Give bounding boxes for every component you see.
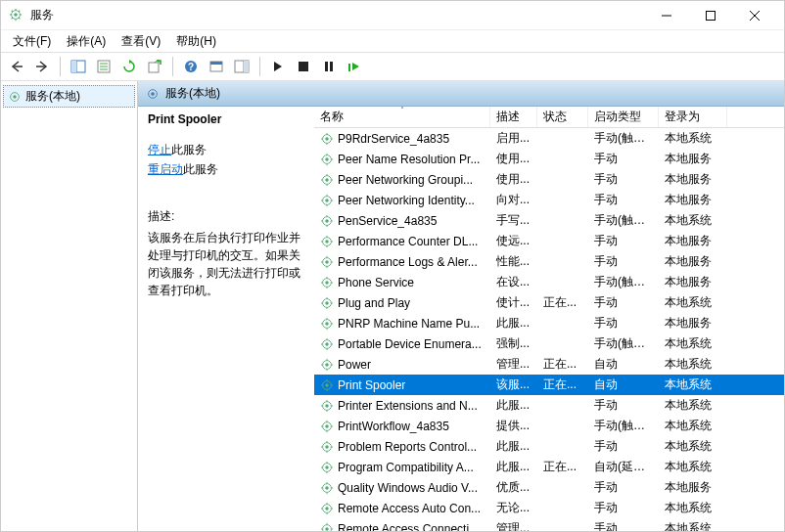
properties-button[interactable]: [92, 55, 115, 78]
menu-help[interactable]: 帮助(H): [168, 31, 224, 52]
cell-name: Phone Service: [314, 276, 490, 289]
column-header-status[interactable]: 状态: [537, 107, 588, 127]
cell-name: P9RdrService_4a835: [314, 132, 490, 146]
cell-name: Peer Name Resolution Pr...: [314, 153, 490, 166]
gear-icon: [320, 481, 334, 495]
cell-logon: 本地服务: [659, 151, 727, 167]
menu-action[interactable]: 操作(A): [59, 31, 114, 52]
column-header-desc[interactable]: 描述: [490, 107, 537, 127]
stop-service-button[interactable]: [292, 55, 315, 78]
cell-desc: 使用...: [490, 151, 537, 167]
service-row[interactable]: Problem Reports Control...此服...手动本地系统: [314, 436, 784, 457]
window-controls: [644, 2, 776, 29]
gear-icon: [8, 90, 22, 104]
gear-icon: [320, 276, 334, 289]
cell-status: 正在...: [537, 459, 588, 475]
restart-service-link[interactable]: 重启动: [148, 162, 183, 176]
svg-point-52: [325, 178, 329, 182]
service-row[interactable]: Printer Extensions and N...此服...手动本地系统: [314, 395, 784, 416]
tree-pane: 服务(本地): [1, 81, 138, 531]
restart-service-button[interactable]: [343, 55, 366, 78]
cell-logon: 本地系统: [659, 356, 727, 373]
service-row[interactable]: PNRP Machine Name Pu...此服...手动本地服务: [314, 313, 784, 333]
svg-point-38: [151, 92, 155, 96]
body: 服务(本地) 服务(本地) Print Spooler 停止此服务 重启动此服务…: [1, 81, 784, 531]
close-button[interactable]: [732, 2, 776, 29]
service-row[interactable]: Peer Networking Identity...向对...手动本地服务: [314, 190, 784, 210]
service-row[interactable]: Remote Access Auto Con...无论...手动本地系统: [314, 498, 784, 518]
minimize-button[interactable]: [644, 2, 688, 29]
service-row[interactable]: Plug and Play使计...正在...手动本地系统: [314, 292, 784, 313]
export-button[interactable]: [143, 55, 166, 78]
cell-name: Peer Networking Groupi...: [314, 173, 490, 187]
menu-view[interactable]: 查看(V): [114, 31, 168, 52]
cell-name: PrintWorkflow_4a835: [314, 420, 490, 433]
cell-desc: 优质...: [490, 479, 537, 496]
cell-logon: 本地服务: [659, 233, 727, 249]
service-row[interactable]: P9RdrService_4a835启用...手动(触发...本地系统: [314, 128, 784, 149]
service-row[interactable]: Peer Networking Groupi...使用...手动本地服务: [314, 169, 784, 190]
cell-desc: 管理...: [490, 520, 537, 531]
cell-logon: 本地服务: [659, 274, 727, 290]
nav-forward-button[interactable]: [30, 55, 54, 78]
svg-point-136: [325, 466, 329, 469]
cell-logon: 本地系统: [659, 500, 727, 516]
gear-icon: [320, 153, 334, 166]
description-label: 描述:: [148, 208, 304, 225]
service-row[interactable]: PenService_4a835手写...手动(触发...本地系统: [314, 210, 784, 231]
dialog-button[interactable]: [205, 55, 228, 78]
service-row[interactable]: Power管理...正在...自动本地系统: [314, 354, 784, 375]
service-row[interactable]: Print Spooler该服...正在...自动本地系统: [314, 375, 784, 395]
service-row[interactable]: Remote Access Connecti...管理...手动本地系统: [314, 518, 784, 531]
service-row[interactable]: Peer Name Resolution Pr...使用...手动本地服务: [314, 149, 784, 169]
stop-service-link[interactable]: 停止: [148, 143, 171, 156]
menu-file[interactable]: 文件(F): [5, 31, 59, 52]
toolbar: ?: [1, 52, 784, 81]
cell-startup: 自动: [588, 377, 659, 393]
cell-startup: 手动(触发...: [588, 418, 659, 434]
show-hide-tree-button[interactable]: [67, 55, 90, 78]
cell-startup: 手动: [588, 438, 659, 455]
cell-startup: 自动(延迟...: [588, 459, 659, 475]
service-row[interactable]: Performance Logs & Aler...性能...手动本地服务: [314, 251, 784, 272]
cell-desc: 使用...: [490, 171, 537, 188]
gear-icon: [320, 522, 334, 532]
cell-startup: 手动: [588, 151, 659, 167]
gear-icon: [320, 296, 334, 310]
help-button[interactable]: ?: [179, 55, 203, 78]
gear-icon: [320, 420, 334, 433]
svg-point-106: [325, 363, 329, 367]
service-row[interactable]: Portable Device Enumera...强制...手动(触发...本…: [314, 333, 784, 354]
svg-line-6: [12, 10, 13, 11]
cell-logon: 本地系统: [659, 130, 727, 147]
cell-desc: 向对...: [490, 192, 537, 208]
service-actions: 停止此服务 重启动此服务: [148, 140, 304, 179]
cell-desc: 无论...: [490, 500, 537, 516]
toolbar-separator: [60, 57, 61, 76]
refresh-button[interactable]: [117, 55, 141, 78]
nav-back-button[interactable]: [5, 55, 28, 78]
start-service-button[interactable]: [266, 55, 290, 78]
cell-name: Peer Networking Identity...: [314, 194, 490, 207]
column-header-startup[interactable]: 启动类型: [588, 107, 659, 127]
service-row[interactable]: Program Compatibility A...此服...正在...自动(延…: [314, 457, 784, 477]
cell-startup: 手动: [588, 500, 659, 516]
service-row[interactable]: PrintWorkflow_4a835提供...手动(触发...本地系统: [314, 416, 784, 436]
svg-point-130: [325, 445, 329, 449]
maximize-button[interactable]: [688, 2, 732, 29]
list-body[interactable]: P9RdrService_4a835启用...手动(触发...本地系统Peer …: [314, 128, 784, 531]
cell-name: Performance Logs & Aler...: [314, 255, 490, 269]
pause-service-button[interactable]: [317, 55, 341, 78]
service-row[interactable]: Quality Windows Audio V...优质...手动本地服务: [314, 477, 784, 498]
cell-desc: 使远...: [490, 233, 537, 249]
cell-startup: 手动(触发...: [588, 274, 659, 290]
cell-logon: 本地系统: [659, 418, 727, 434]
svg-point-112: [325, 383, 329, 387]
service-row[interactable]: Performance Counter DL...使远...手动本地服务: [314, 231, 784, 251]
action-pane-button[interactable]: [230, 55, 254, 78]
column-header-name[interactable]: 名称˄: [314, 107, 490, 127]
tree-item-services-local[interactable]: 服务(本地): [3, 85, 135, 108]
service-row[interactable]: Phone Service在设...手动(触发...本地服务: [314, 272, 784, 292]
column-header-logon[interactable]: 登录为: [659, 107, 727, 127]
cell-name: Performance Counter DL...: [314, 235, 490, 248]
